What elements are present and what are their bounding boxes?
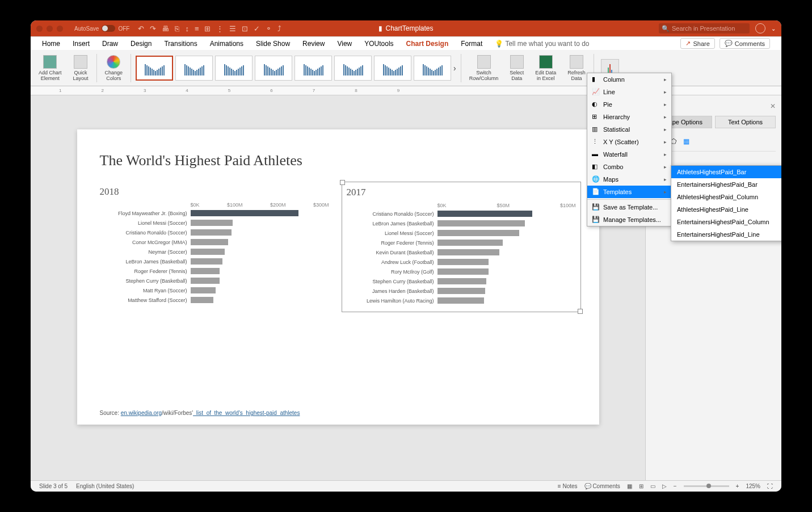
qat-icon[interactable]: ↕ <box>185 24 189 33</box>
dd-line[interactable]: 📈Line <box>587 86 671 98</box>
source-link[interactable]: en.wikipedia.org <box>121 410 162 416</box>
dd-x-y-scatter-[interactable]: ⋮X Y (Scatter) <box>587 136 671 148</box>
normal-view-icon[interactable]: ▦ <box>627 483 632 489</box>
tab-design[interactable]: Design <box>131 40 152 48</box>
slideshow-view-icon[interactable]: ▷ <box>662 483 667 489</box>
tab-animations[interactable]: Animations <box>210 40 243 48</box>
tab-transitions[interactable]: Transitions <box>164 40 197 48</box>
tab-format[interactable]: Format <box>461 40 482 48</box>
tab-home[interactable]: Home <box>42 40 60 48</box>
change-colors[interactable]: Change Colors <box>102 55 127 81</box>
comments-status[interactable]: 💬 Comments <box>584 483 620 489</box>
chart-style-7[interactable] <box>374 56 411 81</box>
chart-2017[interactable]: 2017$0K$50M$100MCristiano Ronaldo (Socce… <box>342 182 581 312</box>
chart-2018[interactable]: 2018$0K$100M$200M$300MFloyd Mayweather J… <box>100 186 329 308</box>
tab-youtools[interactable]: YOUtools <box>364 40 393 48</box>
bar <box>437 211 532 217</box>
language-indicator[interactable]: English (United States) <box>76 483 134 489</box>
qat-icon[interactable]: ↷ <box>150 24 156 33</box>
chart-style-8[interactable] <box>414 56 451 81</box>
qat-icon[interactable]: ⋮ <box>216 24 224 33</box>
styles-more[interactable]: › <box>453 64 456 73</box>
switch-row-col[interactable]: Switch Row/Column <box>466 55 502 81</box>
toggle-switch[interactable] <box>102 25 115 32</box>
template-AthletesHighestPaid_Bar[interactable]: AthletesHighestPaid_Bar <box>671 166 781 178</box>
max-dot[interactable] <box>57 26 63 32</box>
bar <box>437 278 486 284</box>
template-AthletesHighestPaid_Line[interactable]: AthletesHighestPaid_Line <box>671 203 781 216</box>
bar <box>191 268 220 274</box>
switch-icon <box>477 55 491 69</box>
feedback-icon[interactable] <box>755 23 765 33</box>
chart-style-5[interactable] <box>294 56 332 81</box>
dd-waterfall[interactable]: ▬Waterfall <box>587 148 671 161</box>
template-AthletesHighestPaid_Column[interactable]: AthletesHighestPaid_Column <box>671 191 781 203</box>
min-dot[interactable] <box>47 26 53 32</box>
qat-icon[interactable]: ↶ <box>138 24 144 33</box>
text-options-tab[interactable]: Text Options <box>715 116 776 128</box>
chart-style-4[interactable] <box>255 56 292 81</box>
tab-review[interactable]: Review <box>302 40 325 48</box>
search-box[interactable]: 🔍 Search in Presentation <box>659 23 750 33</box>
dd-pie[interactable]: ◐Pie <box>587 98 671 111</box>
comments-button[interactable]: 💬Comments <box>720 38 770 49</box>
template-EntertainersHighestPaid_Line[interactable]: EntertainersHighestPaid_Line <box>671 228 781 241</box>
chart-style-6[interactable] <box>334 56 372 81</box>
slide-canvas[interactable]: The World's Highest Paid Athletes 2018$0… <box>31 95 645 480</box>
sorter-view-icon[interactable]: ⊞ <box>639 483 643 489</box>
qat-icon[interactable]: ⊡ <box>242 24 248 33</box>
dd-templates[interactable]: 📄Templates <box>587 186 671 198</box>
chart-style-3[interactable] <box>215 56 253 81</box>
qat-icon[interactable]: ✓ <box>254 24 260 33</box>
share-button[interactable]: ↗Share <box>680 38 714 49</box>
bar <box>191 249 225 255</box>
bar-row: Roger Federer (Tennis) <box>100 268 329 274</box>
chevron-down-icon[interactable]: ⌄ <box>771 26 776 32</box>
window-controls[interactable] <box>36 26 63 32</box>
template-EntertainersHighestPaid_Column[interactable]: EntertainersHighestPaid_Column <box>671 216 781 228</box>
tab-view[interactable]: View <box>337 40 352 48</box>
app-window: AutoSave OFF ↶↷🖶⎘↕≡⊞⋮☰⊡✓⚬⤴ ▮ ChartTempla… <box>31 20 781 492</box>
dd-manage-templates-[interactable]: 💾Manage Templates... <box>587 213 671 226</box>
tell-me[interactable]: 💡 Tell me what you want to do <box>495 40 589 48</box>
tab-chart-design[interactable]: Chart Design <box>406 40 449 48</box>
zoom-out[interactable]: − <box>674 483 677 489</box>
fit-icon[interactable]: ⛶ <box>767 483 773 489</box>
dd-hierarchy[interactable]: ⊞Hierarchy <box>587 111 671 123</box>
select-data[interactable]: Select Data <box>506 55 527 81</box>
close-icon[interactable]: ✕ <box>770 102 776 110</box>
tab-draw[interactable]: Draw <box>102 40 118 48</box>
qat-icon[interactable]: ☰ <box>229 24 236 33</box>
chart-styles-gallery[interactable]: › <box>136 56 456 81</box>
qat-icon[interactable]: ⤴ <box>277 24 281 33</box>
tab-slide-show[interactable]: Slide Show <box>256 40 290 48</box>
dd-save-as-template-[interactable]: 💾Save as Template... <box>587 201 671 213</box>
add-chart-element[interactable]: Add Chart Element <box>35 55 65 81</box>
qat-icon[interactable]: ≡ <box>195 24 199 33</box>
chart-style-1[interactable] <box>136 56 173 81</box>
template-EntertainersHighestPaid_Bar[interactable]: EntertainersHighestPaid_Bar <box>671 178 781 191</box>
reading-view-icon[interactable]: ▭ <box>650 483 655 489</box>
qat-icon[interactable]: ⎘ <box>175 24 179 33</box>
qat-icon[interactable]: ⊞ <box>204 24 211 33</box>
notes-button[interactable]: ≡ Notes <box>558 483 578 489</box>
source-link2[interactable]: _list_of_the_world's_highest-paid_athlet… <box>193 410 300 416</box>
search-icon: 🔍 <box>662 25 670 32</box>
quick-layout[interactable]: Quick Layout <box>70 55 92 81</box>
tab-insert[interactable]: Insert <box>73 40 90 48</box>
dd-statistical[interactable]: ▥Statistical <box>587 123 671 136</box>
close-dot[interactable] <box>36 26 43 32</box>
chart-style-2[interactable] <box>175 56 213 81</box>
zoom-slider[interactable] <box>684 485 729 487</box>
size-icon[interactable]: ▦ <box>683 137 689 148</box>
edit-data-excel[interactable]: Edit Data in Excel <box>532 55 559 81</box>
zoom-in[interactable]: + <box>736 483 739 489</box>
qat-icon[interactable]: 🖶 <box>162 24 169 33</box>
zoom-level[interactable]: 125% <box>746 483 760 489</box>
dd-column[interactable]: ▮Column <box>587 73 671 86</box>
dd-combo[interactable]: ◧Combo <box>587 161 671 173</box>
dd-maps[interactable]: 🌐Maps <box>587 173 671 186</box>
qat-icon[interactable]: ⚬ <box>266 24 272 33</box>
refresh-data[interactable]: Refresh Data <box>564 55 589 81</box>
autosave-toggle[interactable]: AutoSave OFF <box>74 25 129 32</box>
